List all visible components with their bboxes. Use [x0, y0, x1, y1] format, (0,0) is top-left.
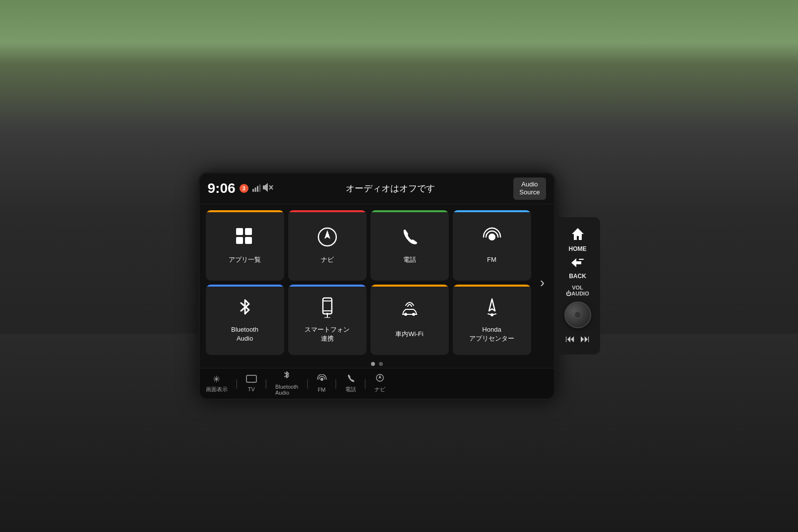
signal-icon	[252, 184, 262, 193]
home-label: HOME	[569, 245, 587, 252]
main-content-area: アプリ一覧 ナビ	[200, 204, 554, 358]
bottom-navi[interactable]: ナビ	[374, 373, 385, 393]
screen-display-label: 画面表示	[206, 386, 228, 393]
back-button[interactable]: BACK	[569, 257, 586, 280]
phone-icon	[399, 226, 421, 252]
pagination-dots	[200, 359, 554, 368]
bottom-screen-display[interactable]: ✳ 画面表示	[206, 374, 228, 393]
svg-rect-14	[323, 298, 332, 314]
navigation-tile[interactable]: ナビ	[288, 210, 367, 281]
audio-source-button[interactable]: AudioSource	[513, 177, 546, 200]
svg-marker-4	[263, 183, 268, 192]
svg-marker-30	[572, 228, 584, 240]
page-dot-1[interactable]	[371, 362, 375, 366]
honda-app-tile[interactable]: Hondaアプリセンター	[453, 285, 531, 355]
honda-app-label: Hondaアプリセンター	[469, 325, 514, 343]
smartphone-icon	[316, 296, 338, 322]
muted-icon	[262, 183, 273, 194]
app-grid: アプリ一覧 ナビ	[206, 210, 531, 355]
next-page-arrow[interactable]: ›	[535, 210, 550, 355]
screen-display-icon: ✳	[213, 374, 220, 385]
svg-rect-3	[259, 184, 260, 192]
bottom-phone-icon	[346, 373, 355, 385]
bottom-phone-label: 電話	[345, 386, 356, 393]
back-label: BACK	[569, 273, 586, 280]
honda-icon	[481, 296, 503, 322]
physical-buttons-panel: HOME BACK VOL⏻AUDIO ⏮ ⏭	[555, 217, 600, 355]
volume-knob[interactable]	[564, 301, 591, 328]
app-list-label: アプリ一覧	[229, 255, 261, 264]
smartphone-tile[interactable]: スマートフォン連携	[288, 285, 367, 355]
car-wifi-icon	[399, 300, 421, 327]
bluetooth-audio-label: BluetoothAudio	[231, 325, 258, 343]
svg-rect-0	[252, 189, 254, 192]
tv-label: TV	[248, 386, 255, 392]
svg-rect-9	[236, 237, 243, 244]
bottom-fm-label: FM	[318, 387, 326, 393]
home-icon	[571, 227, 585, 244]
bluetooth-audio-tile[interactable]: BluetoothAudio	[206, 285, 284, 355]
svg-point-20	[404, 313, 407, 316]
app-list-tile[interactable]: アプリ一覧	[206, 210, 284, 281]
svg-point-27	[320, 378, 323, 381]
notification-badge: 3	[240, 184, 248, 193]
fm-tile[interactable]: FM	[453, 210, 531, 281]
svg-marker-29	[378, 375, 381, 379]
fm-label: FM	[487, 255, 496, 264]
phone-label: 電話	[403, 255, 416, 264]
bottom-fm[interactable]: FM	[317, 374, 327, 393]
vol-label: VOL⏻AUDIO	[566, 285, 589, 296]
car-wifi-label: 車内Wi-Fi	[395, 330, 423, 339]
svg-rect-8	[245, 228, 252, 235]
bottom-bluetooth-icon	[283, 371, 290, 383]
svg-marker-12	[324, 230, 330, 239]
clock: 9:06	[208, 180, 236, 196]
bluetooth-icon	[234, 296, 256, 322]
audio-status-text: オーディオはオフです	[277, 182, 504, 194]
infotainment-screen: 9:06 3 オーディオはオフです AudioSource	[198, 172, 555, 400]
status-bar: 9:06 3 オーディオはオフです AudioSource	[200, 174, 554, 205]
car-wifi-tile[interactable]: 車内Wi-Fi	[370, 285, 449, 355]
smartphone-label: スマートフォン連携	[305, 325, 350, 343]
page-dot-2[interactable]	[379, 362, 383, 366]
next-track-button[interactable]: ⏭	[580, 333, 590, 345]
bottom-fm-icon	[317, 374, 327, 386]
bottom-navi-label: ナビ	[374, 386, 385, 393]
fm-icon	[481, 226, 503, 252]
bottom-phone[interactable]: 電話	[345, 373, 356, 393]
svg-rect-1	[254, 187, 256, 192]
bottom-bluetooth-audio[interactable]: BluetoothAudio	[275, 371, 298, 396]
grid-icon	[234, 226, 256, 252]
svg-point-13	[489, 234, 495, 240]
svg-rect-7	[236, 228, 243, 235]
home-button[interactable]: HOME	[569, 227, 587, 252]
svg-point-21	[412, 313, 415, 316]
bottom-nav-bar: ✳ 画面表示 | TV |	[200, 368, 554, 399]
bottom-tv[interactable]: TV	[246, 375, 257, 392]
phone-tile[interactable]: 電話	[370, 210, 449, 281]
screen-container: 9:06 3 オーディオはオフです AudioSource	[198, 172, 600, 400]
vol-audio-label-group: VOL⏻AUDIO	[566, 285, 589, 296]
back-icon	[570, 257, 584, 271]
navigation-label: ナビ	[321, 255, 334, 264]
media-controls: ⏮ ⏭	[565, 333, 590, 345]
tv-icon	[246, 375, 257, 385]
nav-icon	[316, 226, 338, 252]
bottom-bluetooth-audio-label: BluetoothAudio	[275, 384, 298, 396]
prev-track-button[interactable]: ⏮	[565, 333, 575, 345]
bottom-navi-icon	[375, 373, 384, 385]
volume-knob-indicator	[574, 311, 581, 318]
svg-rect-2	[257, 186, 258, 192]
svg-rect-10	[245, 237, 252, 244]
svg-rect-24	[246, 375, 256, 382]
